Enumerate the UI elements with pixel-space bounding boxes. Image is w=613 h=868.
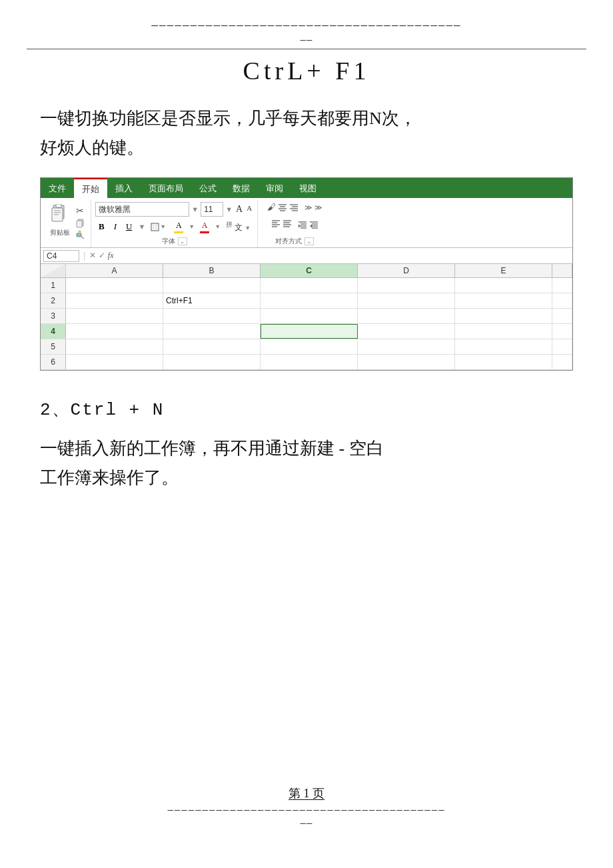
font-size-increase[interactable]: A <box>235 204 244 215</box>
spreadsheet-grid: A B C D E 1 2 Ctrl+F1 <box>41 264 572 370</box>
col-header-d[interactable]: D <box>358 264 455 277</box>
clipboard-group: 剪贴板 ✂ <box>43 200 91 247</box>
cell-e2[interactable] <box>455 293 552 308</box>
svg-rect-4 <box>54 212 61 213</box>
row-header-3[interactable]: 3 <box>41 309 66 323</box>
cell-a4[interactable] <box>66 324 163 339</box>
cell-d4[interactable] <box>358 324 455 339</box>
italic-button[interactable]: I <box>111 220 120 233</box>
formula-bar: C4 | ✕ ✓ fx <box>41 248 572 264</box>
cell-b3[interactable] <box>163 309 261 323</box>
cell-a5[interactable] <box>66 339 163 354</box>
ribbon-toolbar: 剪贴板 ✂ <box>41 198 572 248</box>
align-row-1: 🖌 <box>267 202 322 213</box>
cell-d5[interactable] <box>358 339 455 354</box>
page-footer: 第 1 页 ——————————————————————————————————… <box>0 785 613 828</box>
col-header-b[interactable]: B <box>163 264 261 277</box>
cell-extra4[interactable] <box>552 324 572 339</box>
paste-button[interactable] <box>49 203 71 227</box>
cell-e1[interactable] <box>455 278 552 293</box>
cell-extra2[interactable] <box>552 293 572 308</box>
table-row: 2 Ctrl+F1 <box>41 293 572 309</box>
align-paint-button[interactable]: 🖌 <box>267 202 276 213</box>
row-header-4[interactable]: 4 <box>41 324 66 339</box>
formula-fx-button[interactable]: fx <box>108 251 114 261</box>
tab-data[interactable]: 数据 <box>225 178 258 198</box>
format-painter-button[interactable] <box>76 230 85 239</box>
cell-reference-box[interactable]: C4 <box>43 250 79 262</box>
cell-d2[interactable] <box>358 293 455 308</box>
cell-b2[interactable]: Ctrl+F1 <box>163 293 261 308</box>
cell-c6[interactable] <box>261 355 358 369</box>
wen-button[interactable]: 拼 文 ▼ <box>223 219 253 235</box>
cell-a6[interactable] <box>66 355 163 369</box>
row-header-6[interactable]: 6 <box>41 355 66 369</box>
cell-e4[interactable] <box>455 324 552 339</box>
cell-d3[interactable] <box>358 309 455 323</box>
align-center-button[interactable] <box>278 203 287 212</box>
cell-b4[interactable] <box>163 324 261 339</box>
cell-extra1[interactable] <box>552 278 572 293</box>
cut-button[interactable]: ✂ <box>76 205 85 217</box>
cell-a3[interactable] <box>66 309 163 323</box>
cell-e5[interactable] <box>455 339 552 354</box>
font-color-button[interactable]: A <box>197 219 212 235</box>
align-right-button[interactable] <box>289 203 299 212</box>
col-header-a[interactable]: A <box>66 264 163 277</box>
font-size-decrease[interactable]: A <box>245 204 253 215</box>
font-name-box[interactable]: 微软雅黑 <box>95 202 189 217</box>
cell-extra6[interactable] <box>552 355 572 369</box>
col-header-c[interactable]: C <box>261 264 358 277</box>
cell-c1[interactable] <box>261 278 358 293</box>
align-dialog-launcher[interactable]: ⌄ <box>305 237 314 245</box>
fill-color-button[interactable]: A <box>171 219 186 235</box>
cell-c4[interactable] <box>261 324 358 339</box>
col-header-e[interactable]: E <box>455 264 552 277</box>
cell-d6[interactable] <box>358 355 455 369</box>
top-dash-short: —— <box>0 34 613 46</box>
cell-c3[interactable] <box>261 309 358 323</box>
cell-extra5[interactable] <box>552 339 572 354</box>
font-size-box[interactable]: 11 <box>201 202 223 217</box>
font-dialog-launcher[interactable]: ⌄ <box>178 237 187 245</box>
cell-c2[interactable] <box>261 293 358 308</box>
bold-button[interactable]: B <box>95 220 108 233</box>
tab-review[interactable]: 审阅 <box>258 178 291 198</box>
alignment-group: 🖌 <box>258 200 331 247</box>
cell-b6[interactable] <box>163 355 261 369</box>
cell-b1[interactable] <box>163 278 261 293</box>
copy-button[interactable] <box>76 219 85 228</box>
align-middle-button[interactable] <box>283 219 292 231</box>
align-left-button[interactable] <box>271 219 281 231</box>
indent-left-button[interactable] <box>298 220 307 229</box>
cell-a2[interactable] <box>66 293 163 308</box>
page: ————————————————————————————————————————… <box>0 0 613 868</box>
row-header-5[interactable]: 5 <box>41 339 66 354</box>
tab-home[interactable]: 开始 <box>74 178 107 198</box>
row-header-2[interactable]: 2 <box>41 293 66 308</box>
underline-button[interactable]: U <box>123 220 135 233</box>
tab-formula[interactable]: 公式 <box>191 178 225 198</box>
section2-body-line-2: 工作簿来操作了。 <box>40 468 179 487</box>
formula-cancel-button[interactable]: ✕ <box>89 251 96 261</box>
formula-confirm-button[interactable]: ✓ <box>99 251 105 261</box>
cell-d1[interactable] <box>358 278 455 293</box>
tab-view[interactable]: 视图 <box>291 178 324 198</box>
cell-a1[interactable] <box>66 278 163 293</box>
wrap-text-button[interactable]: ≫ <box>305 203 312 212</box>
wrap-text-button2[interactable]: ≫ <box>314 203 322 212</box>
tab-file[interactable]: 文件 <box>41 178 74 198</box>
tab-pagelayout[interactable]: 页面布局 <box>141 178 191 198</box>
col-header-extra[interactable] <box>552 264 572 277</box>
indent-right-button[interactable] <box>309 220 318 229</box>
border-button[interactable]: ▼ <box>148 221 169 233</box>
cell-c5[interactable] <box>261 339 358 354</box>
footer-dash-short: —— <box>301 817 313 828</box>
cell-e6[interactable] <box>455 355 552 369</box>
formula-divider: | <box>82 251 87 261</box>
row-header-1[interactable]: 1 <box>41 278 66 293</box>
tab-insert[interactable]: 插入 <box>107 178 141 198</box>
cell-e3[interactable] <box>455 309 552 323</box>
cell-extra3[interactable] <box>552 309 572 323</box>
cell-b5[interactable] <box>163 339 261 354</box>
